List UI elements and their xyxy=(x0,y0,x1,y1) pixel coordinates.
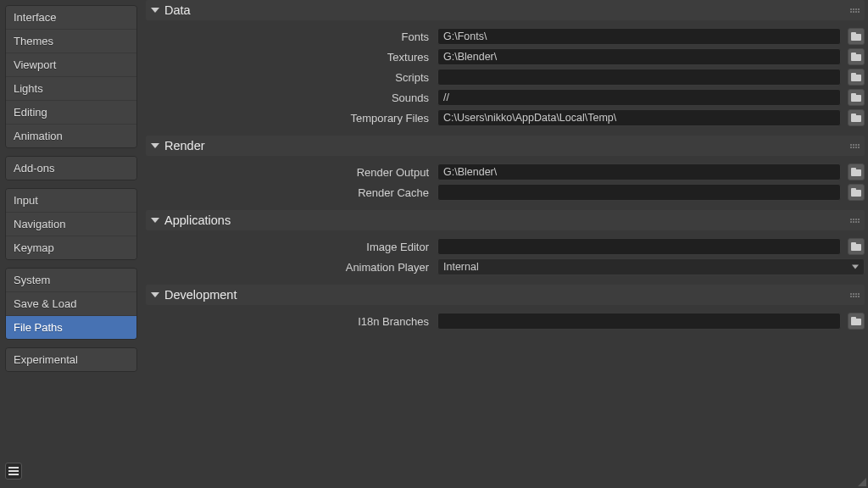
label-fonts: Fonts xyxy=(146,30,431,43)
sidebar-item-lights[interactable]: Lights xyxy=(6,77,136,100)
label-image-editor: Image Editor xyxy=(146,241,431,253)
folder-icon xyxy=(851,93,861,102)
label-scripts: Scripts xyxy=(146,71,431,84)
input-scripts-path[interactable] xyxy=(437,69,841,86)
input-sounds-path[interactable]: // xyxy=(437,89,841,106)
select-animation-player[interactable]: Internal xyxy=(437,258,865,275)
folder-icon xyxy=(851,73,861,81)
label-i18n-branches: I18n Branches xyxy=(146,315,431,328)
section-header-data[interactable]: Data xyxy=(146,0,865,20)
hamburger-menu-button[interactable] xyxy=(5,463,22,480)
grip-icon[interactable] xyxy=(850,293,860,297)
preferences-sidebar: Interface Themes Viewport Lights Editing… xyxy=(0,0,142,488)
sidebar-item-system[interactable]: System xyxy=(6,269,136,291)
sidebar-item-addons[interactable]: Add-ons xyxy=(6,157,136,180)
input-fonts-path[interactable]: G:\Fonts\ xyxy=(437,28,841,45)
row-animation-player: Animation Player Internal xyxy=(146,258,865,276)
folder-icon xyxy=(851,114,861,122)
section-data-rows: Fonts G:\Fonts\ Textures G:\Blender\ Scr… xyxy=(146,27,865,132)
input-i18n-branches-path[interactable] xyxy=(437,313,841,330)
grip-icon[interactable] xyxy=(850,219,860,223)
browse-render-output-button[interactable] xyxy=(848,164,865,180)
sidebar-group-5: Experimental xyxy=(5,347,137,372)
folder-icon xyxy=(851,242,861,251)
folder-icon xyxy=(851,188,861,197)
disclosure-triangle-icon xyxy=(151,292,159,297)
row-render-cache: Render Cache xyxy=(146,183,865,202)
sidebar-item-experimental[interactable]: Experimental xyxy=(6,348,136,371)
folder-icon xyxy=(851,53,861,61)
row-i18n-branches: I18n Branches xyxy=(146,312,865,330)
browse-fonts-button[interactable] xyxy=(848,28,865,45)
browse-scripts-button[interactable] xyxy=(848,69,865,86)
chevron-down-icon xyxy=(852,265,859,269)
section-development-rows: I18n Branches xyxy=(146,312,865,336)
label-render-cache: Render Cache xyxy=(146,186,431,199)
row-fonts: Fonts G:\Fonts\ xyxy=(146,27,865,46)
sidebar-item-animation[interactable]: Animation xyxy=(6,125,136,147)
browse-temp-files-button[interactable] xyxy=(848,109,865,126)
resize-corner-icon[interactable] xyxy=(858,478,866,486)
folder-icon xyxy=(851,317,861,325)
section-title: Development xyxy=(164,288,236,302)
folder-icon xyxy=(851,32,861,41)
sidebar-item-save-load[interactable]: Save & Load xyxy=(6,292,136,315)
section-title: Data xyxy=(164,3,191,17)
browse-image-editor-button[interactable] xyxy=(848,238,865,255)
row-render-output: Render Output G:\Blender\ xyxy=(146,163,865,181)
label-render-output: Render Output xyxy=(146,166,431,179)
select-value: Internal xyxy=(443,261,479,273)
input-render-cache-path[interactable] xyxy=(437,184,841,201)
disclosure-triangle-icon xyxy=(151,8,159,13)
sidebar-item-navigation[interactable]: Navigation xyxy=(6,213,136,236)
section-title: Render xyxy=(164,139,205,152)
label-sounds: Sounds xyxy=(146,92,431,104)
section-title: Applications xyxy=(164,214,231,227)
section-header-applications[interactable]: Applications xyxy=(146,210,865,230)
sidebar-item-viewport[interactable]: Viewport xyxy=(6,53,136,76)
disclosure-triangle-icon xyxy=(151,218,159,223)
disclosure-triangle-icon xyxy=(151,143,159,148)
row-textures: Textures G:\Blender\ xyxy=(146,47,865,66)
browse-textures-button[interactable] xyxy=(848,48,865,65)
input-temp-files-path[interactable]: C:\Users\nikko\AppData\Local\Temp\ xyxy=(437,109,841,126)
browse-render-cache-button[interactable] xyxy=(848,184,865,201)
label-temp-files: Temporary Files xyxy=(146,112,431,125)
section-header-render[interactable]: Render xyxy=(146,136,865,156)
input-textures-path[interactable]: G:\Blender\ xyxy=(437,48,841,65)
grip-icon[interactable] xyxy=(850,144,860,148)
section-applications-rows: Image Editor Animation Player Internal xyxy=(146,237,865,281)
row-image-editor: Image Editor xyxy=(146,237,865,256)
row-temp-files: Temporary Files C:\Users\nikko\AppData\L… xyxy=(146,108,865,127)
sidebar-group-4: System Save & Load File Paths xyxy=(5,268,137,340)
sidebar-group-1: Interface Themes Viewport Lights Editing… xyxy=(5,5,137,148)
sidebar-item-editing[interactable]: Editing xyxy=(6,101,136,124)
sidebar-item-input[interactable]: Input xyxy=(6,189,136,212)
sidebar-item-themes[interactable]: Themes xyxy=(6,30,136,53)
row-scripts: Scripts xyxy=(146,68,865,86)
label-textures: Textures xyxy=(146,51,431,64)
sidebar-item-keymap[interactable]: Keymap xyxy=(6,236,136,259)
preferences-main-panel: Data Fonts G:\Fonts\ Textures G:\Blender… xyxy=(142,0,868,488)
folder-icon xyxy=(851,168,861,176)
row-sounds: Sounds // xyxy=(146,88,865,107)
section-header-development[interactable]: Development xyxy=(146,285,865,305)
sidebar-group-3: Input Navigation Keymap xyxy=(5,188,137,260)
input-image-editor-path[interactable] xyxy=(437,238,841,255)
section-render-rows: Render Output G:\Blender\ Render Cache xyxy=(146,163,865,207)
browse-i18n-branches-button[interactable] xyxy=(848,313,865,330)
grip-icon[interactable] xyxy=(850,8,860,13)
sidebar-item-file-paths[interactable]: File Paths xyxy=(6,316,136,339)
sidebar-item-interface[interactable]: Interface xyxy=(6,6,136,29)
browse-sounds-button[interactable] xyxy=(848,89,865,106)
label-animation-player: Animation Player xyxy=(146,261,431,274)
input-render-output-path[interactable]: G:\Blender\ xyxy=(437,164,841,180)
sidebar-group-2: Add-ons xyxy=(5,156,137,180)
